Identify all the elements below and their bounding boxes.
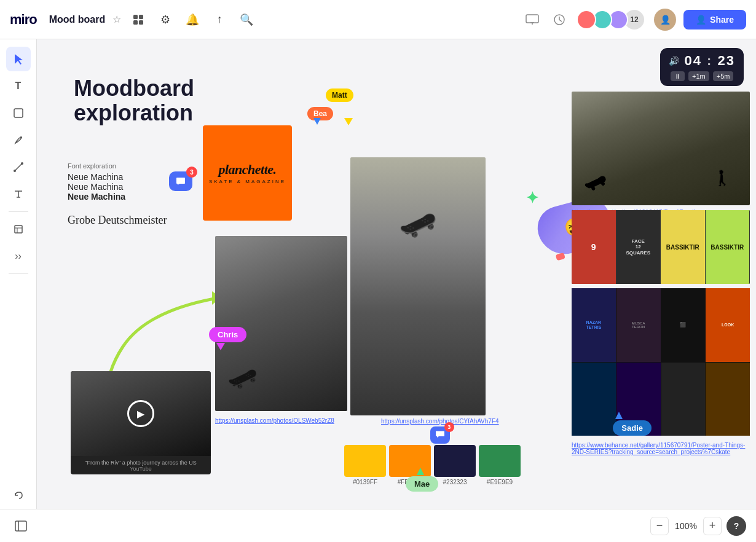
search-icon[interactable]: 🔍 bbox=[237, 10, 256, 29]
video-info: "From the Riv" a photo journey across th… bbox=[76, 456, 205, 474]
mini-poster-grid: NAZARTETRIS MUSCATERON ⬛ LOOK bbox=[572, 288, 750, 436]
poster-3: BASSIKTIR bbox=[661, 210, 706, 284]
skater-street-photo: 🛹 bbox=[215, 236, 347, 411]
svg-rect-1 bbox=[139, 15, 143, 19]
toolbar-separator-2 bbox=[9, 273, 28, 274]
url-unsplash-2[interactable]: https://unsplash.com/photos/OLSWeb52rZ8 bbox=[215, 417, 334, 424]
timer-widget: 🔊 04 : 23 ⏸ +1m +5m bbox=[660, 48, 744, 86]
font-neue-regular: Neue Machina bbox=[68, 172, 167, 182]
timer-icon[interactable] bbox=[549, 10, 569, 29]
swatch-yellow bbox=[344, 445, 386, 477]
share-button[interactable]: 👤 Share bbox=[683, 10, 746, 29]
chat-bubble-photo[interactable]: 3 bbox=[430, 426, 450, 444]
sidebar-toggle-btn[interactable] bbox=[10, 515, 32, 537]
poster-1: 9 bbox=[572, 210, 616, 284]
canvas-area[interactable]: Moodboard exploration Font exploration N… bbox=[37, 39, 756, 509]
mini-poster-7 bbox=[661, 363, 706, 436]
video-thumbnail[interactable]: ▶ "From the Riv" a photo journey across … bbox=[71, 371, 211, 474]
help-btn[interactable]: ? bbox=[726, 516, 746, 536]
photo-silhouette-2: 🚶 bbox=[713, 170, 731, 187]
skater-street-figure: 🛹 bbox=[227, 364, 258, 393]
undo-btn[interactable] bbox=[6, 483, 31, 508]
svg-line-10 bbox=[15, 163, 22, 171]
settings-icon[interactable]: ⚙ bbox=[156, 10, 175, 29]
apps-icon[interactable] bbox=[128, 10, 148, 29]
share-icon: 👤 bbox=[696, 15, 706, 25]
svg-point-9 bbox=[20, 136, 22, 138]
board-title: Mood board bbox=[49, 14, 106, 25]
svg-rect-0 bbox=[133, 15, 138, 19]
skate-park-photo: 🛹 🚶 bbox=[572, 92, 750, 205]
pen-tool-btn[interactable] bbox=[6, 128, 31, 152]
avatar-1 bbox=[577, 10, 596, 29]
video-caption: "From the Riv" a photo journey across th… bbox=[80, 460, 201, 466]
mini-poster-2: MUSCATERON bbox=[616, 288, 661, 362]
photo-silhouette: 🛹 bbox=[584, 171, 607, 193]
mae-cursor-label: Mae bbox=[406, 476, 438, 492]
zoom-level: 100% bbox=[674, 521, 698, 531]
zoom-out-btn[interactable]: − bbox=[650, 517, 669, 535]
swatch-1-label: #0139FF bbox=[353, 479, 377, 485]
mae-cursor-arrow bbox=[417, 468, 424, 475]
skater-jump-figure: 🛹 bbox=[399, 206, 437, 242]
note-tool-btn[interactable] bbox=[6, 101, 31, 125]
mini-poster-5 bbox=[572, 363, 616, 436]
bottom-bar: − 100% + ? bbox=[0, 509, 756, 542]
select-tool-btn[interactable] bbox=[6, 47, 31, 71]
text2-tool-btn[interactable] bbox=[6, 182, 31, 206]
chat-badge-photo: 3 bbox=[444, 422, 454, 432]
share-upload-icon[interactable]: ↑ bbox=[210, 10, 229, 29]
timer-display: 04 : 23 bbox=[684, 53, 735, 69]
chris-cursor-area: Chris bbox=[209, 327, 246, 342]
zoom-in-btn[interactable]: + bbox=[703, 517, 722, 535]
present-icon[interactable] bbox=[522, 10, 542, 29]
matt-cursor-label: Matt bbox=[326, 88, 353, 102]
left-toolbar: T › › bbox=[0, 39, 37, 542]
timer-pause-btn[interactable]: ⏸ bbox=[671, 71, 685, 81]
bea-cursor-area: Bea Matt bbox=[307, 107, 333, 120]
planchette-box: planchette. SKATE & MAGAZINE bbox=[203, 125, 292, 221]
svg-rect-4 bbox=[526, 15, 538, 23]
mini-poster-3: ⬛ bbox=[661, 288, 706, 362]
avatar-group: 12 bbox=[577, 10, 644, 29]
wheel-1 bbox=[556, 253, 565, 261]
behance-url-main[interactable]: https://www.behance.net/gallery/11567079… bbox=[572, 442, 750, 455]
svg-point-12 bbox=[21, 162, 23, 165]
svg-rect-2 bbox=[133, 20, 138, 25]
font-neue-medium: Neue Machina bbox=[68, 182, 167, 192]
mini-poster-4: LOOK bbox=[706, 288, 750, 362]
timer-add-5m-btn[interactable]: +5m bbox=[713, 71, 734, 81]
top-bar: miro Mood board ☆ ⚙ 🔔 ↑ 🔍 12 👤 👤 Share bbox=[0, 0, 756, 39]
svg-rect-17 bbox=[15, 521, 26, 531]
mae-cursor-area: Mae bbox=[406, 476, 438, 492]
timer-add-1m-btn[interactable]: +1m bbox=[688, 71, 709, 81]
chat-badge-fonts: 3 bbox=[186, 167, 197, 178]
svg-rect-3 bbox=[139, 20, 143, 25]
swatch-dark bbox=[434, 445, 476, 477]
svg-point-11 bbox=[14, 170, 16, 172]
notification-icon[interactable]: 🔔 bbox=[183, 10, 202, 29]
text-tool-btn[interactable]: T bbox=[6, 74, 31, 98]
matt-cursor-arrow bbox=[344, 118, 353, 125]
poster-grid-top: 9 FACE12SQUARES BASSIKTIR BASSIKTIR bbox=[572, 210, 750, 284]
font-neue-bold: Neue Machina bbox=[68, 192, 167, 202]
swatch-orange bbox=[389, 445, 431, 477]
url-unsplash-1[interactable]: https://unsplash.com/photos/CYfAhAVh7F4 bbox=[381, 418, 499, 425]
video-preview: ▶ bbox=[71, 371, 211, 456]
url-with-chat: https://unsplash.com/photos/CYfAhAVh7F4 … bbox=[381, 418, 499, 444]
frame-tool-btn[interactable] bbox=[6, 217, 31, 242]
more-tools-btn[interactable]: › › bbox=[6, 244, 31, 269]
chris-cursor-arrow bbox=[216, 343, 225, 350]
swatch-4-label: #E9E9E9 bbox=[487, 479, 513, 485]
swatch-3-label: #232323 bbox=[443, 479, 467, 485]
line-tool-btn[interactable] bbox=[6, 155, 31, 179]
chris-cursor-label: Chris bbox=[209, 327, 246, 342]
sparkle-1: ✦ bbox=[526, 190, 539, 206]
favorite-icon[interactable]: ☆ bbox=[112, 14, 121, 25]
poster-4: BASSIKTIR bbox=[706, 210, 750, 284]
current-user-avatar[interactable]: 👤 bbox=[654, 9, 676, 31]
play-button[interactable]: ▶ bbox=[127, 400, 154, 427]
bea-cursor-arrow bbox=[313, 118, 321, 125]
timer-sound-icon[interactable]: 🔊 bbox=[669, 56, 679, 66]
chat-bubble-fonts[interactable]: 3 bbox=[169, 171, 192, 191]
